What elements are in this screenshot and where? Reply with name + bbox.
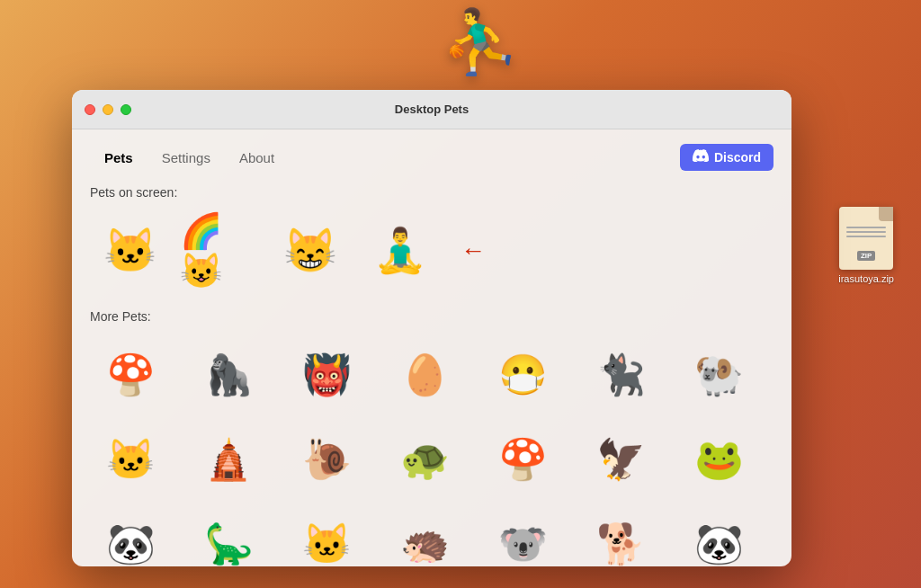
grey-cat-sprite: 🐱 — [106, 440, 156, 479]
hedgehog-sprite: 🦔 — [400, 524, 450, 564]
tab-settings[interactable]: Settings — [148, 145, 225, 171]
pet-raven[interactable]: 🦅 — [581, 419, 662, 500]
zip-label: ZIP — [857, 251, 875, 261]
discord-icon — [693, 149, 709, 165]
mushroom-sprite: 🍄 — [106, 355, 156, 395]
temple-sprite: 🛕 — [204, 440, 254, 479]
pet-ram[interactable]: 🐏 — [679, 334, 760, 415]
panda-dress-sprite: 🐼 — [106, 524, 156, 564]
pet-panda[interactable]: 🐼 — [679, 503, 760, 566]
red-mask-sprite: 😷 — [498, 355, 548, 395]
desktop-file-icon[interactable]: ZIP irasutoya.zip — [838, 207, 894, 284]
window-title: Desktop Pets — [395, 102, 469, 116]
nav-tabs: Pets Settings About Discord — [90, 144, 773, 171]
pet-blue-cat[interactable]: 🐱 — [90, 210, 171, 291]
pet-sitting-boy[interactable]: 🧘‍♂️ ← — [360, 210, 441, 291]
pet-nyan-cat[interactable]: 🌈😺 — [180, 210, 261, 291]
black-cat-sprite: 🐈‍⬛ — [596, 355, 646, 395]
window-content: Pets Settings About Discord Pets on scre… — [72, 129, 791, 566]
gorilla-sprite: 🦍 — [204, 355, 254, 395]
titlebar: Desktop Pets — [72, 90, 791, 129]
spiky-monster-sprite: 👹 — [302, 355, 352, 395]
pets-on-screen-row: 🐱 🌈😺 😸 🧘‍♂️ ← — [90, 210, 773, 291]
file-doc-lines — [846, 227, 886, 240]
tab-pets[interactable]: Pets — [90, 145, 148, 171]
pet-mushroom2[interactable]: 🍄 — [483, 419, 564, 500]
pet-frog[interactable]: 🐸 — [679, 419, 760, 500]
minimize-button[interactable] — [103, 104, 113, 115]
pet-koala[interactable]: 🐨 — [483, 503, 564, 566]
file-name-label: irasutoya.zip — [838, 273, 894, 284]
blue-cat-sprite: 🐱 — [103, 226, 157, 276]
maximize-button[interactable] — [121, 104, 131, 115]
sitting-boy-sprite: 🧘‍♂️ — [373, 226, 427, 276]
snail-sprite: 🐌 — [302, 440, 352, 479]
pet-hedgehog[interactable]: 🦔 — [384, 503, 465, 566]
floating-soccer-player: ⛹️‍♂️ — [441, 4, 519, 78]
nyan-cat-sprite: 🌈😺 — [180, 211, 261, 290]
grey-cat2-sprite: 🐱 — [302, 524, 352, 564]
main-window: Desktop Pets Pets Settings About Discord… — [72, 90, 791, 566]
blastoise-sprite: 🐢 — [400, 440, 450, 479]
pet-white-cat[interactable]: 😸 — [270, 210, 351, 291]
pets-on-screen-label: Pets on screen: — [90, 185, 773, 200]
raven-sprite: 🦅 — [596, 440, 646, 479]
close-button[interactable] — [85, 104, 95, 115]
frog-sprite: 🐸 — [694, 440, 744, 479]
pet-spiky-monster[interactable]: 👹 — [286, 334, 367, 415]
pet-brown-dog[interactable]: 🐕 — [581, 503, 662, 566]
tab-about[interactable]: About — [225, 145, 289, 171]
pet-yellow-dino[interactable]: 🦕 — [188, 503, 269, 566]
golden-mask-sprite: 🥚 — [400, 355, 450, 395]
pet-panda-dress[interactable]: 🐼 — [90, 503, 171, 566]
mushroom2-sprite: 🍄 — [498, 440, 548, 479]
brown-dog-sprite: 🐕 — [596, 524, 646, 564]
pet-black-cat[interactable]: 🐈‍⬛ — [581, 334, 662, 415]
ram-sprite: 🐏 — [694, 355, 744, 395]
pet-blastoise[interactable]: 🐢 — [384, 419, 465, 500]
pet-temple[interactable]: 🛕 — [188, 419, 269, 500]
discord-label: Discord — [714, 150, 761, 165]
pet-red-mask[interactable]: 😷 — [483, 334, 564, 415]
more-pets-label: More Pets: — [90, 309, 773, 324]
arrow-indicator: ← — [460, 236, 486, 265]
traffic-lights — [85, 104, 131, 115]
white-cat-sprite: 😸 — [283, 226, 337, 276]
pet-mushroom[interactable]: 🍄 — [90, 334, 171, 415]
discord-button[interactable]: Discord — [680, 144, 773, 171]
pet-golden-mask[interactable]: 🥚 — [384, 334, 465, 415]
panda-sprite: 🐼 — [694, 524, 744, 564]
pet-snail[interactable]: 🐌 — [286, 419, 367, 500]
more-pets-grid: 🍄 🦍 👹 🥚 😷 🐈‍⬛ 🐏 🐱 — [90, 334, 773, 566]
pet-grey-cat2[interactable]: 🐱 — [286, 503, 367, 566]
pet-grey-cat[interactable]: 🐱 — [90, 419, 171, 500]
yellow-dino-sprite: 🦕 — [204, 524, 254, 564]
pet-gorilla[interactable]: 🦍 — [188, 334, 269, 415]
file-icon-visual: ZIP — [839, 207, 893, 270]
koala-sprite: 🐨 — [498, 524, 548, 564]
